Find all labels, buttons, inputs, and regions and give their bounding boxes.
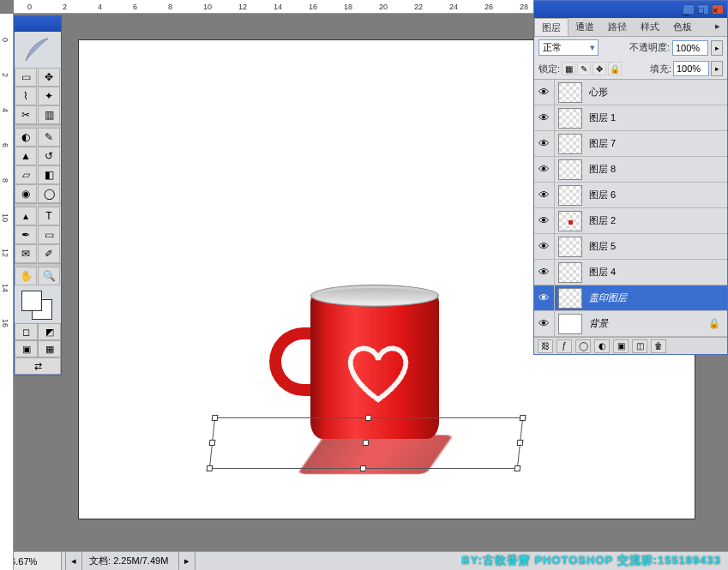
layer-row[interactable]: 👁图层 6 xyxy=(534,183,727,208)
layer-name-label[interactable]: 心形 xyxy=(586,86,608,99)
gradient-tool[interactable]: ◧ xyxy=(38,165,60,184)
blend-mode-dropdown[interactable]: 正常 xyxy=(538,39,599,56)
new-group-button[interactable]: ▣ xyxy=(613,339,629,353)
layer-name-label[interactable]: 图层 4 xyxy=(586,266,616,279)
screen-mode-standard[interactable]: ▣ xyxy=(15,340,38,357)
blur-tool[interactable]: ◉ xyxy=(15,184,37,203)
delete-layer-button[interactable]: 🗑 xyxy=(651,339,666,353)
layer-name-label[interactable]: 图层 2 xyxy=(586,214,616,227)
path-selection-tool[interactable]: ▴ xyxy=(15,207,37,225)
tab-channels[interactable]: 通道 xyxy=(569,18,601,36)
layer-row[interactable]: 👁图层 2 xyxy=(534,208,727,234)
layer-mask-button[interactable]: ◯ xyxy=(575,339,591,353)
new-layer-button[interactable]: ◫ xyxy=(632,339,647,353)
lock-position-button[interactable]: ✥ xyxy=(593,62,606,75)
standard-mode-button[interactable]: ◻ xyxy=(15,323,38,340)
status-flyout-button[interactable]: ▸ xyxy=(178,552,196,570)
layer-thumbnail[interactable] xyxy=(558,314,582,334)
dodge-tool[interactable]: ◯ xyxy=(38,184,60,203)
lock-pixels-button[interactable]: ✎ xyxy=(577,62,591,75)
foreground-color-swatch[interactable] xyxy=(21,291,42,311)
shape-tool[interactable]: ▭ xyxy=(38,225,60,244)
layer-row[interactable]: 👁心形 xyxy=(534,80,727,105)
layer-thumbnail[interactable] xyxy=(558,82,582,103)
crop-tool[interactable]: ✂ xyxy=(15,105,37,124)
visibility-toggle[interactable]: 👁 xyxy=(534,285,555,311)
visibility-toggle[interactable]: 👁 xyxy=(534,183,555,208)
toolbox-panel[interactable]: ▭ ✥ ⌇ ✦ ✂ ▥ ◐ ✎ ▲ ↺ ▱ ◧ ◉ ◯ ▴ T ✒ ▭ ✉ ✐ … xyxy=(14,15,62,375)
visibility-toggle[interactable]: 👁 xyxy=(534,260,555,285)
visibility-toggle[interactable]: 👁 xyxy=(534,208,555,234)
layer-row[interactable]: 👁图层 8 xyxy=(534,157,727,183)
tab-layers[interactable]: 图层 xyxy=(534,18,569,36)
layers-panel[interactable]: _ □ × 图层 通道 路径 样式 色板 ▸ 正常 不透明度: 100% ▸ 锁… xyxy=(533,0,728,355)
layer-name-label[interactable]: 图层 7 xyxy=(586,137,616,150)
layer-thumbnail[interactable] xyxy=(558,262,582,283)
layer-name-label[interactable]: 图层 5 xyxy=(586,240,616,253)
notes-tool[interactable]: ✉ xyxy=(15,244,37,263)
screen-mode-full-menubar[interactable]: ▦ xyxy=(38,340,61,357)
type-tool[interactable]: T xyxy=(38,207,60,225)
panel-close-button[interactable]: × xyxy=(712,4,724,15)
layer-row[interactable]: 👁盖印图层 xyxy=(534,285,727,311)
panel-titlebar[interactable]: _ □ × xyxy=(534,1,727,18)
layer-thumbnail[interactable] xyxy=(558,237,582,257)
eraser-tool[interactable]: ▱ xyxy=(15,165,37,184)
brush-tool[interactable]: ✎ xyxy=(38,128,60,147)
panel-menu-button[interactable]: ▸ xyxy=(708,18,727,36)
visibility-toggle[interactable]: 👁 xyxy=(534,105,555,131)
pen-tool[interactable]: ✒ xyxy=(15,225,37,244)
history-brush-tool[interactable]: ↺ xyxy=(38,147,60,165)
zoom-tool[interactable]: 🔍 xyxy=(38,267,60,285)
opacity-flyout-button[interactable]: ▸ xyxy=(711,40,723,56)
panel-maximize-button[interactable]: □ xyxy=(697,4,709,15)
layer-name-label[interactable]: 背景 xyxy=(586,317,608,330)
eyedropper-tool[interactable]: ✐ xyxy=(38,244,60,263)
visibility-toggle[interactable]: 👁 xyxy=(534,157,555,183)
layer-name-label[interactable]: 盖印图层 xyxy=(586,291,627,304)
tab-swatches[interactable]: 色板 xyxy=(666,18,699,36)
layer-name-label[interactable]: 图层 8 xyxy=(586,163,616,176)
layer-row[interactable]: 👁图层 7 xyxy=(534,131,727,157)
visibility-toggle[interactable]: 👁 xyxy=(534,234,555,260)
adjustment-layer-button[interactable]: ◐ xyxy=(594,339,610,353)
move-tool[interactable]: ✥ xyxy=(38,68,60,87)
lock-transparency-button[interactable]: ▦ xyxy=(562,62,575,75)
layer-style-button[interactable]: ƒ xyxy=(557,339,572,353)
panel-minimize-button[interactable]: _ xyxy=(683,4,695,15)
lasso-tool[interactable]: ⌇ xyxy=(15,87,37,105)
toolbox-titlebar[interactable] xyxy=(15,16,61,32)
layer-name-label[interactable]: 图层 6 xyxy=(586,189,616,201)
layer-thumbnail[interactable] xyxy=(558,134,582,154)
healing-brush-tool[interactable]: ◐ xyxy=(15,128,37,147)
layer-thumbnail[interactable] xyxy=(558,211,582,231)
color-swatches[interactable] xyxy=(15,285,61,323)
tab-paths[interactable]: 路径 xyxy=(601,18,634,36)
layer-thumbnail[interactable] xyxy=(558,288,582,309)
layer-thumbnail[interactable] xyxy=(558,108,582,129)
layer-row[interactable]: 👁背景🔒 xyxy=(534,311,727,337)
layer-row[interactable]: 👁图层 4 xyxy=(534,260,727,285)
fill-flyout-button[interactable]: ▸ xyxy=(711,61,723,76)
hand-tool[interactable]: ✋ xyxy=(15,267,37,285)
layer-row[interactable]: 👁图层 5 xyxy=(534,234,727,260)
slice-tool[interactable]: ▥ xyxy=(38,105,60,124)
link-layers-button[interactable]: ⛓ xyxy=(538,339,553,353)
quickmask-mode-button[interactable]: ◩ xyxy=(38,323,61,340)
layer-row[interactable]: 👁图层 1 xyxy=(534,105,727,131)
magic-wand-tool[interactable]: ✦ xyxy=(38,87,60,105)
clone-stamp-tool[interactable]: ▲ xyxy=(15,147,37,165)
tab-styles[interactable]: 样式 xyxy=(634,18,666,36)
free-transform-bounding-box[interactable] xyxy=(209,417,523,469)
status-flyout-left[interactable]: ◂ xyxy=(65,552,82,570)
visibility-toggle[interactable]: 👁 xyxy=(534,80,555,105)
screen-mode-full[interactable]: ⇄ xyxy=(15,357,61,375)
marquee-tool[interactable]: ▭ xyxy=(15,68,37,87)
opacity-input[interactable]: 100% xyxy=(672,40,708,56)
layer-name-label[interactable]: 图层 1 xyxy=(586,111,616,124)
visibility-toggle[interactable]: 👁 xyxy=(534,311,555,337)
fill-input[interactable]: 100% xyxy=(673,61,709,76)
layer-thumbnail[interactable] xyxy=(558,185,582,206)
layer-thumbnail[interactable] xyxy=(558,159,582,180)
lock-all-button[interactable]: 🔒 xyxy=(608,62,622,75)
